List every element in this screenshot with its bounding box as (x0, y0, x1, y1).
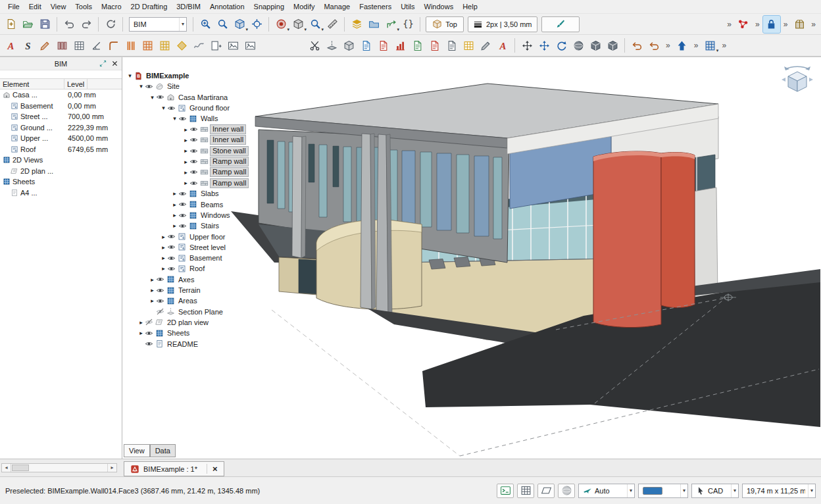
view-cube-button[interactable]: ▾ (231, 16, 248, 33)
menu-windows[interactable]: Windows (420, 1, 459, 13)
tree-item-ramp-wall[interactable]: ▸Ramp wall (125, 156, 283, 166)
new-drawing-button[interactable] (2, 16, 19, 33)
solid-box-button[interactable] (587, 37, 604, 54)
menu-snapping[interactable]: Snapping (249, 1, 289, 13)
menu-annotation[interactable]: Annotation (205, 1, 249, 13)
tree-item-casa-martirana[interactable]: ▾Casa Martirana (125, 92, 283, 103)
expander-icon[interactable]: ▾ (126, 72, 134, 79)
redo-button[interactable] (78, 16, 95, 33)
tree-item-site[interactable]: ▾Site (125, 81, 283, 91)
expander-icon[interactable]: ▸ (149, 276, 156, 283)
dropdown-arrow-icon[interactable]: ▾ (808, 484, 815, 497)
cells-button[interactable] (70, 37, 87, 54)
menu-view[interactable]: View (46, 1, 71, 13)
doc-stack-button[interactable] (443, 37, 460, 54)
expander-icon[interactable]: ▸ (171, 212, 178, 218)
layers-button[interactable] (348, 16, 365, 33)
mesh-toggle[interactable] (558, 484, 575, 498)
toolbar-overflow-chevron[interactable]: » (662, 41, 674, 50)
visibility-eye-icon[interactable] (167, 265, 177, 273)
dropdown-arrow-icon[interactable]: ▾ (179, 18, 186, 31)
tree-item-inner-wall[interactable]: ▸Inner wall (125, 124, 283, 134)
tree-item-beams[interactable]: ▸Beams (125, 199, 283, 210)
zoom-selected-button[interactable] (248, 16, 265, 33)
tree-item-ramp-wall[interactable]: ▸Ramp wall (125, 167, 283, 178)
visibility-eye-icon[interactable] (156, 275, 166, 284)
dimension-style-button[interactable]: S (19, 37, 36, 54)
bounding-box-button[interactable] (340, 37, 357, 54)
menu-file[interactable]: File (3, 1, 24, 13)
tree-item-section-plane[interactable]: Section Plane (125, 307, 283, 317)
sketch-button[interactable] (36, 37, 53, 54)
visibility-eye-icon[interactable] (178, 200, 188, 209)
tree-item-stairs[interactable]: ▸Stairs (125, 220, 283, 231)
doc-dwg-button[interactable] (426, 37, 443, 54)
rotate-view-button[interactable] (553, 37, 570, 54)
visibility-eye-icon[interactable] (189, 157, 199, 166)
arrow-up-button[interactable] (674, 37, 691, 54)
expander-icon[interactable]: ▾ (160, 105, 167, 111)
expander-icon[interactable]: ▸ (137, 330, 145, 336)
layout-grid-button[interactable]: ▾ (701, 37, 718, 54)
scroll-left-icon[interactable]: ◂ (2, 464, 11, 472)
tree-item-roof[interactable]: ▸Roof (125, 263, 283, 274)
menu-fasteners[interactable]: Fasteners (355, 1, 396, 13)
doc-blue-button[interactable] (357, 37, 374, 54)
tree-item-ground-floor[interactable]: ▾Ground floor (125, 103, 283, 113)
contour-button[interactable] (190, 37, 207, 54)
dropdown-arrow-icon[interactable]: ▾ (627, 484, 634, 497)
tree-item-basement[interactable]: ▸Basement (125, 253, 283, 263)
redo-view-button[interactable] (645, 37, 662, 54)
dropdown-arrow-icon[interactable]: ▾ (680, 484, 687, 497)
expander-icon[interactable]: ▸ (171, 201, 178, 208)
expander-icon[interactable]: ▸ (149, 287, 156, 293)
view-orientation-button[interactable]: ▾ (289, 16, 307, 33)
expander-icon[interactable]: ▾ (171, 115, 178, 122)
report-button[interactable] (391, 37, 409, 54)
tree-item-sheets[interactable]: ▸Sheets (125, 328, 283, 338)
toolbar-overflow-chevron[interactable]: » (724, 20, 735, 29)
visibility-eye-icon[interactable] (167, 243, 177, 251)
render-quality-combo[interactable]: Auto▾ (578, 484, 635, 498)
element-row-ground[interactable]: Ground ...2229,39 mm (0, 122, 122, 134)
measure-button[interactable] (324, 16, 341, 33)
trim-button[interactable] (306, 37, 323, 54)
toolbar-overflow-chevron[interactable]: » (808, 20, 819, 29)
tree-item-stone-wall[interactable]: ▸Stone wall (125, 145, 283, 156)
element-row-casa[interactable]: Casa ...0,00 mm (0, 89, 122, 101)
document-tab[interactable]: BIMExample : 1* × (124, 461, 224, 476)
menu-utils[interactable]: Utils (396, 1, 419, 13)
visibility-eye-icon[interactable] (156, 286, 166, 295)
menu-3d-bim[interactable]: 3D/BIM (172, 1, 205, 13)
element-row-basement[interactable]: Basement0,00 mm (0, 101, 122, 112)
expander-icon[interactable]: ▸ (137, 319, 145, 326)
visibility-eye-icon[interactable] (167, 104, 177, 113)
ucs-grid-toggle[interactable] (517, 484, 534, 498)
open-drawing-button[interactable] (19, 16, 36, 33)
toolbar-overflow-chevron[interactable]: » (780, 20, 791, 29)
visibility-eye-icon[interactable] (189, 168, 199, 176)
undock-panel-icon[interactable] (98, 59, 108, 68)
expander-icon[interactable]: ▸ (160, 234, 167, 240)
visibility-eye-icon[interactable] (167, 232, 177, 241)
panel-scrollbar[interactable]: ◂ ▸ (1, 463, 117, 472)
tree-item-inner-wall[interactable]: ▸Inner wall (125, 135, 283, 145)
visibility-eye-icon[interactable] (178, 189, 188, 198)
expander-icon[interactable]: ▾ (137, 83, 145, 89)
schedule-button[interactable] (460, 37, 477, 54)
expander-icon[interactable]: ▸ (171, 222, 178, 229)
hatch-grid-button[interactable] (156, 37, 173, 54)
expander-icon[interactable]: ▸ (182, 169, 189, 176)
workspace-combo[interactable]: BIM▾ (129, 17, 187, 32)
section-plane-button[interactable] (323, 37, 340, 54)
components-button[interactable] (791, 16, 808, 33)
undo-view-button[interactable] (628, 37, 645, 54)
render-sphere-button[interactable] (570, 37, 587, 54)
scroll-right-icon[interactable]: ▸ (107, 464, 116, 472)
expander-icon[interactable]: ▸ (160, 265, 167, 272)
panel-button[interactable] (207, 37, 224, 54)
toolbar-overflow-chevron[interactable]: » (691, 41, 702, 50)
expander-icon[interactable]: ▸ (182, 126, 189, 133)
top-view-button[interactable]: Top (426, 16, 464, 32)
code-block-button[interactable]: {} (399, 16, 416, 33)
